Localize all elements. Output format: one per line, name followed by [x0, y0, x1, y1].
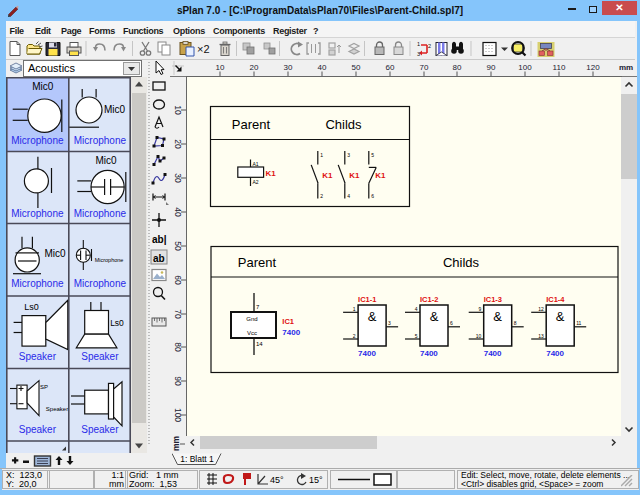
svg-text:1: Blatt 1: 1: Blatt 1	[180, 454, 214, 464]
svg-text:Parent: Parent	[238, 255, 277, 270]
svg-text:7400: 7400	[484, 349, 502, 358]
svg-text:Speaker: Speaker	[19, 424, 57, 435]
svg-text:7400: 7400	[358, 349, 376, 358]
svg-text:10: 10	[216, 63, 225, 72]
svg-text:A1: A1	[253, 161, 259, 167]
svg-text:K1: K1	[322, 171, 333, 180]
svg-text:4: 4	[415, 306, 418, 312]
svg-text:Speaker: Speaker	[19, 351, 57, 362]
svg-text:Speaker: Speaker	[46, 406, 68, 412]
svg-text:Microphone: Microphone	[11, 278, 64, 289]
svg-text:40: 40	[318, 63, 327, 72]
svg-text:20: 20	[250, 63, 259, 72]
svg-text:Microphone: Microphone	[74, 278, 127, 289]
svg-text:Microphone: Microphone	[11, 135, 64, 146]
svg-text:IC1-2: IC1-2	[420, 295, 438, 304]
svg-text:IC1-4: IC1-4	[546, 295, 565, 304]
svg-text:14: 14	[256, 341, 263, 347]
svg-text:K1: K1	[266, 169, 277, 178]
svg-text:4: 4	[347, 193, 350, 199]
svg-text:SP: SP	[40, 384, 48, 390]
svg-text:110: 110	[553, 63, 566, 72]
svg-text:7: 7	[256, 304, 260, 310]
svg-text:5: 5	[415, 333, 418, 339]
svg-text:Vcc: Vcc	[247, 330, 257, 336]
svg-text:2: 2	[353, 333, 356, 339]
svg-text:Microphone: Microphone	[11, 208, 64, 219]
svg-text:6: 6	[450, 320, 453, 326]
svg-text:×2: ×2	[197, 43, 210, 55]
svg-text:60: 60	[386, 63, 395, 72]
svg-text:&: &	[556, 309, 565, 324]
svg-text:7400: 7400	[546, 349, 564, 358]
svg-text:1: 1	[353, 306, 356, 312]
svg-text:Mic0: Mic0	[104, 104, 126, 115]
svg-text:7400: 7400	[282, 328, 300, 337]
svg-text:IC1: IC1	[282, 317, 294, 326]
svg-text:120: 120	[586, 63, 600, 72]
svg-text:Ls0: Ls0	[24, 302, 39, 312]
svg-text:11: 11	[576, 320, 581, 326]
svg-text:A2: A2	[253, 179, 259, 185]
svg-text:90: 90	[487, 63, 496, 72]
svg-text:Mic0: Mic0	[44, 248, 66, 259]
svg-text:10: 10	[476, 333, 482, 339]
svg-text:100: 100	[518, 63, 532, 72]
svg-text:Childs: Childs	[325, 117, 362, 132]
svg-text:IC1-3: IC1-3	[484, 295, 502, 304]
svg-text:Gnd: Gnd	[246, 316, 257, 322]
svg-text:Parent: Parent	[232, 117, 271, 132]
svg-text:3: 3	[388, 320, 391, 326]
svg-text:Ls0: Ls0	[110, 318, 124, 328]
svg-text:13: 13	[538, 333, 544, 339]
svg-text:&: &	[493, 309, 502, 324]
svg-text:80: 80	[453, 63, 462, 72]
svg-text:2: 2	[428, 43, 431, 49]
svg-text:K1: K1	[375, 171, 386, 180]
svg-text:70: 70	[420, 63, 429, 72]
svg-text:&: &	[430, 309, 439, 324]
svg-text:3: 3	[417, 51, 420, 57]
svg-text:ab|: ab|	[152, 234, 167, 245]
svg-text:K1: K1	[349, 171, 360, 180]
svg-text:1: 1	[417, 41, 420, 47]
svg-text:9: 9	[478, 306, 481, 312]
svg-text:3: 3	[347, 152, 350, 158]
svg-text:Microphone: Microphone	[74, 208, 127, 219]
svg-text:Mic0: Mic0	[32, 81, 54, 92]
svg-text:7400: 7400	[420, 349, 438, 358]
svg-text:Speaker: Speaker	[81, 424, 119, 435]
svg-text:Microphone: Microphone	[74, 135, 127, 146]
svg-text:15°: 15°	[309, 475, 323, 485]
svg-text:Speaker: Speaker	[81, 351, 119, 362]
svg-text:Microphone: Microphone	[95, 257, 124, 263]
svg-text:Childs: Childs	[443, 255, 480, 270]
svg-text:Mic0: Mic0	[95, 155, 117, 166]
svg-text:mm: mm	[171, 435, 181, 451]
svg-text:5: 5	[371, 152, 374, 158]
svg-text:&: &	[368, 309, 377, 324]
svg-text:50: 50	[352, 63, 361, 72]
svg-text:ab: ab	[153, 253, 165, 264]
svg-text:12: 12	[538, 306, 544, 312]
svg-text:8: 8	[514, 320, 517, 326]
svg-text:mm: mm	[619, 63, 633, 72]
svg-text:1: 1	[320, 152, 323, 158]
svg-text:IC1-1: IC1-1	[358, 295, 376, 304]
svg-text:6: 6	[371, 193, 374, 199]
svg-text:45°: 45°	[270, 475, 284, 485]
svg-text:30: 30	[284, 63, 293, 72]
svg-text:2: 2	[320, 193, 323, 199]
